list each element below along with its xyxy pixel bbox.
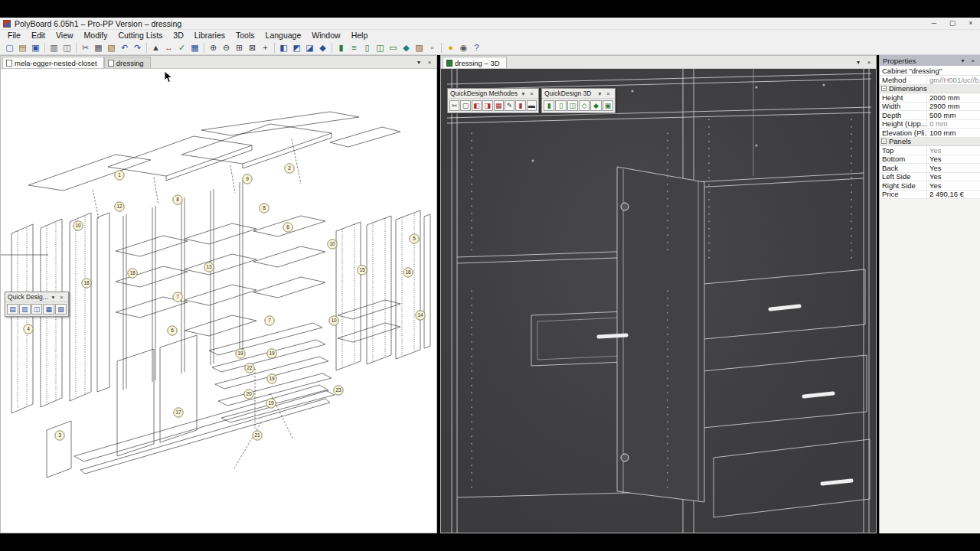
save-icon[interactable]: ▣ xyxy=(29,42,42,54)
grid-icon[interactable]: ▦ xyxy=(188,42,201,54)
new-file-icon[interactable]: ▢ xyxy=(3,42,16,54)
property-top-panel[interactable]: Top Yes xyxy=(880,146,980,155)
menu-cutting-lists[interactable]: Cutting Lists xyxy=(113,30,168,41)
section-panels[interactable]: − Panels xyxy=(880,138,980,147)
menu-view[interactable]: View xyxy=(51,30,79,41)
menu-help[interactable]: Help xyxy=(346,30,374,41)
menu-language[interactable]: Language xyxy=(260,30,307,41)
add-drawer-icon[interactable]: ▭ xyxy=(387,42,400,54)
qdm-panel-icon[interactable]: ▢ xyxy=(460,100,470,111)
toolbar-dropdown-icon[interactable]: ▾ xyxy=(49,294,57,301)
qdm-drawer-icon[interactable]: ▬ xyxy=(527,100,537,111)
view-3d-icon[interactable]: ◆ xyxy=(316,42,329,54)
property-right-side-panel[interactable]: Right Side Yes xyxy=(880,181,980,191)
quickdesign-3d-toolbar[interactable]: QuickDesign 3D ▾ × ▮▯◫◇◆▣ xyxy=(541,88,616,113)
3d-wireframe[interactable] xyxy=(441,69,876,533)
side-view-icon[interactable]: ◪ xyxy=(303,42,316,54)
qdm-pencil-icon[interactable]: ✎ xyxy=(505,100,514,111)
top-view-icon[interactable]: ◩ xyxy=(290,42,303,54)
print-icon[interactable]: ▥ xyxy=(47,42,60,54)
toolbar-dropdown-icon[interactable]: ▾ xyxy=(519,90,528,97)
exploded-view-canvas[interactable]: 1298121086105181315161877101446191922192… xyxy=(1,69,436,533)
tab-dressing-3d[interactable]: dressing – 3D xyxy=(443,57,507,68)
panel-close-icon[interactable]: × xyxy=(969,57,977,64)
property-method[interactable]: Method gm//H001/uc//b... xyxy=(880,76,980,85)
close-document-button[interactable]: × xyxy=(424,58,435,68)
add-divider-icon[interactable]: ▯ xyxy=(361,42,374,54)
measure-icon[interactable]: ↔ xyxy=(162,42,175,54)
zoom-out-icon[interactable]: ⊖ xyxy=(220,42,233,54)
qd3-front-icon[interactable]: ◫ xyxy=(567,100,578,111)
add-shelf-icon[interactable]: ≡ xyxy=(348,42,361,54)
qdm-vdivider-icon[interactable]: ◨ xyxy=(482,100,492,111)
front-view-icon[interactable]: ◧ xyxy=(277,42,290,54)
property-height[interactable]: Height 2000 mm xyxy=(880,93,980,103)
open-file-icon[interactable]: ▤ xyxy=(16,42,29,54)
menu-3d[interactable]: 3D xyxy=(168,30,188,41)
qd-left-drawer-icon[interactable]: ▧ xyxy=(55,304,67,315)
qd3-rotate-icon[interactable]: ◆ xyxy=(590,100,601,111)
close-document-button[interactable]: × xyxy=(864,58,874,68)
qd-left-door-icon[interactable]: ▦ xyxy=(43,304,54,315)
settings-icon[interactable]: ◉ xyxy=(457,42,470,54)
section-dimensions[interactable]: − Dimensions xyxy=(880,85,980,94)
property-elevation[interactable]: Elevation (Pli... 100 mm xyxy=(880,129,980,138)
zoom-in-icon[interactable]: ⊕ xyxy=(207,42,220,54)
menu-file[interactable]: File xyxy=(2,30,26,41)
select-icon[interactable]: ▲ xyxy=(149,42,162,54)
tab-dressing[interactable]: dressing xyxy=(104,57,151,68)
qdm-door-icon[interactable]: ▮ xyxy=(515,100,525,111)
maximize-button[interactable]: ▢ xyxy=(943,18,962,30)
add-door-icon[interactable]: ◫ xyxy=(374,42,387,54)
fittings-icon[interactable]: ◆ xyxy=(400,42,413,54)
qd3-open-icon[interactable]: ▯ xyxy=(555,100,566,111)
tab-list-dropdown-button[interactable]: ▾ xyxy=(853,58,864,68)
toolbar-close-icon[interactable]: × xyxy=(528,90,536,97)
menu-edit[interactable]: Edit xyxy=(26,30,51,41)
property-depth[interactable]: Depth 500 mm xyxy=(880,111,980,120)
cut-icon[interactable]: ✂ xyxy=(79,42,92,54)
zoom-fit-icon[interactable]: ⊠ xyxy=(246,42,259,54)
tip-icon[interactable]: ● xyxy=(444,42,457,54)
edges-icon[interactable]: ▫ xyxy=(426,42,439,54)
help-icon[interactable]: ? xyxy=(470,42,483,54)
toolbar-close-icon[interactable]: × xyxy=(604,90,612,97)
property-height-upper[interactable]: Height (Upp... 0 mm xyxy=(880,120,980,129)
qd3-persp-icon[interactable]: ◇ xyxy=(579,100,590,111)
paste-icon[interactable]: ▧ xyxy=(105,42,118,54)
qd3-render-icon[interactable]: ▣ xyxy=(603,100,613,111)
zoom-window-icon[interactable]: ⊞ xyxy=(233,42,246,54)
title-bar[interactable]: PolyBoard 6.05h1 – Pro-PP Version – dres… xyxy=(0,18,980,30)
qdm-grid-icon[interactable]: ▦ xyxy=(494,100,504,111)
quick-design-toolbar[interactable]: Quick Desig... ▾ × ▤▥◫▦▧ xyxy=(5,292,69,317)
copy-icon[interactable]: ▦ xyxy=(92,42,105,54)
toolbar-dropdown-icon[interactable]: ▾ xyxy=(596,90,604,97)
qd3-cabinet-icon[interactable]: ▮ xyxy=(544,100,554,111)
collapse-icon[interactable]: − xyxy=(881,86,887,91)
menu-libraries[interactable]: Libraries xyxy=(189,30,230,41)
qdm-hdivider-icon[interactable]: ◧ xyxy=(472,100,482,111)
cabinet-icon[interactable]: ▮ xyxy=(335,42,348,54)
qd-left-cabinet-icon[interactable]: ▤ xyxy=(7,304,18,315)
property-left-side-panel[interactable]: Left Side Yes xyxy=(880,173,980,182)
redo-icon[interactable]: ↷ xyxy=(131,42,144,54)
materials-icon[interactable]: ▨ xyxy=(413,42,426,54)
tab-list-dropdown-button[interactable]: ▾ xyxy=(413,58,424,68)
panel-dropdown-icon[interactable]: ▾ xyxy=(959,57,967,64)
toolbar-close-icon[interactable]: × xyxy=(57,294,66,301)
minimize-button[interactable]: ─ xyxy=(925,18,943,30)
qd-left-divider-icon[interactable]: ◫ xyxy=(31,304,43,315)
menu-window[interactable]: Window xyxy=(306,30,345,41)
qdm-cut-icon[interactable]: ✂ xyxy=(449,100,459,111)
print-preview-icon[interactable]: ◫ xyxy=(60,42,74,54)
property-bottom-panel[interactable]: Bottom Yes xyxy=(880,155,980,165)
pan-icon[interactable]: + xyxy=(259,42,272,54)
menu-tools[interactable]: Tools xyxy=(230,30,260,41)
quickdesign-methodes-toolbar[interactable]: QuickDesign Methodes ▾ × ✂▢◧◨▦✎▮▬ xyxy=(447,88,539,113)
qd-left-shelf-icon[interactable]: ▥ xyxy=(19,304,31,315)
properties-header[interactable]: Properties ▾ × xyxy=(880,55,980,66)
collapse-icon[interactable]: − xyxy=(881,139,887,144)
3d-view-canvas[interactable]: QuickDesign Methodes ▾ × ✂▢◧◨▦✎▮▬ QuickD… xyxy=(441,69,876,533)
tab-mela-egger-nested-closet[interactable]: mela-egger-nested-closet xyxy=(2,57,104,68)
menu-modify[interactable]: Modify xyxy=(79,30,113,41)
